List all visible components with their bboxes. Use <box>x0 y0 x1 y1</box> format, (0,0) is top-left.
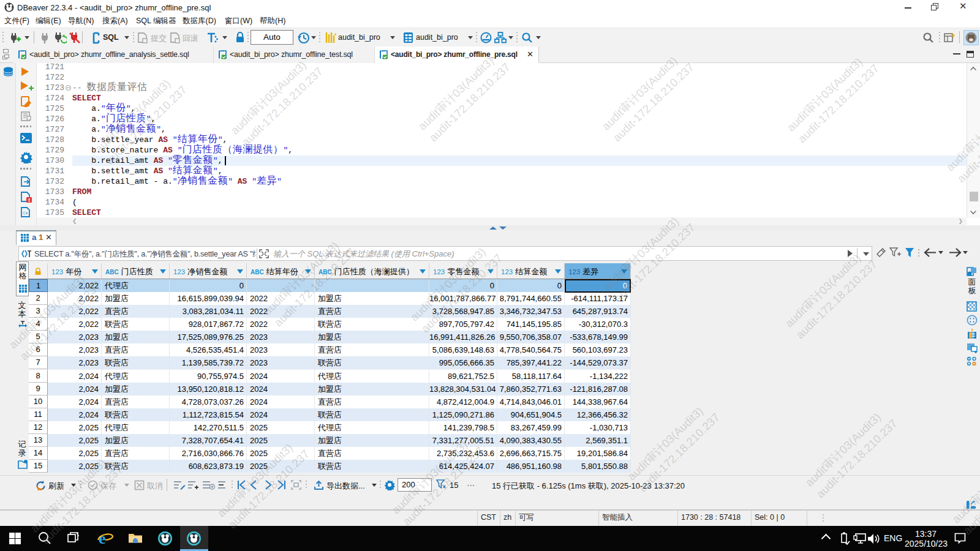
svg-text:(x): (x) <box>23 211 31 216</box>
svg-text:e: e <box>99 530 106 547</box>
